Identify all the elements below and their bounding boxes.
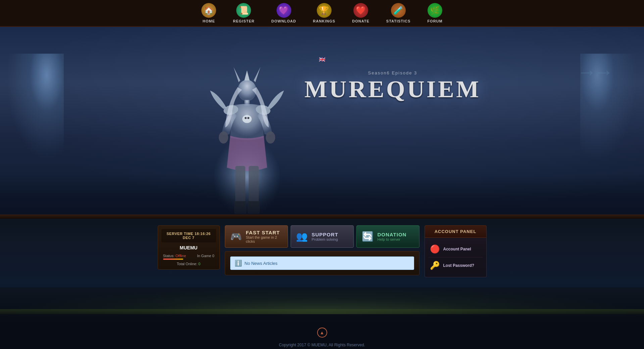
center-panel: 🎮 FAST START Start the game in 2 clicks … [225, 225, 419, 275]
online-count: 0 [198, 262, 200, 266]
fast-start-text: FAST START Start the game in 2 clicks [246, 230, 283, 243]
donation-subtitle: Help to server [378, 237, 407, 241]
nav-item-home[interactable]: 🏠 HOME [198, 1, 219, 25]
scroll-top-icon: ▲ [320, 330, 325, 335]
download-icon: 💜 [277, 3, 291, 18]
nav-item-forum[interactable]: 🌿 FORUM [424, 1, 446, 25]
lost-password-label: Lost Password? [443, 263, 475, 268]
home-icon: 🏠 [201, 3, 216, 18]
server-name: MUEMU [161, 245, 216, 250]
season-label: Season6 Episode 3 [304, 70, 481, 75]
fast-start-title: FAST START [246, 230, 283, 235]
nav-label-donate: DONATE [352, 19, 369, 23]
ground-glow [0, 287, 644, 314]
nav-label-download: DOWNLOAD [271, 19, 296, 23]
account-panel-link[interactable]: 🔴 Account Panel [428, 241, 483, 257]
language-flag-icon[interactable]: 🇬🇧 [319, 57, 326, 62]
fast-start-button[interactable]: 🎮 FAST START Start the game in 2 clicks [225, 225, 288, 248]
svg-marker-2 [234, 67, 240, 82]
status-value: Offline [176, 254, 186, 258]
nav-item-statistics[interactable]: 🧪 STATISTICS [383, 1, 414, 25]
nav-label-forum: FORUM [427, 19, 442, 23]
forum-icon: 🌿 [428, 3, 442, 18]
statistics-icon: 🧪 [391, 3, 406, 18]
support-icon: 👥 [296, 231, 308, 242]
account-panel-header: ACCOUNT PANEL [425, 225, 487, 238]
donate-icon: ❤️ [353, 3, 368, 18]
support-text: SUPPORT Problem solving [312, 232, 339, 241]
nav-label-statistics: STATISTICS [386, 19, 411, 23]
in-game-count: 0 [212, 254, 214, 258]
status-label: Status: [163, 254, 175, 258]
news-empty-message: No News Articles [245, 261, 278, 266]
nav-label-rankings: RANKINGS [313, 19, 336, 23]
account-panel-body: 🔴 Account Panel 🔑 Lost Password? [425, 238, 487, 277]
svg-point-8 [219, 131, 228, 143]
support-button[interactable]: 👥 SUPPORT Problem solving [291, 225, 354, 248]
section-divider [0, 215, 644, 219]
content-section: SERVER TIME 18:16:26 DEC 7 MUEMU Status:… [0, 219, 644, 287]
news-panel: ℹ️ No News Articles [225, 251, 419, 275]
nav-item-register[interactable]: 📜 REGISTER [230, 1, 258, 25]
server-info-box: SERVER TIME 18:16:26 DEC 7 MUEMU Status:… [158, 225, 220, 270]
action-buttons-row: 🎮 FAST START Start the game in 2 clicks … [225, 225, 419, 248]
svg-point-15 [245, 117, 247, 119]
total-online: Total Online: 0 [161, 262, 216, 266]
game-title: MUREQUIEM [304, 77, 481, 101]
status-bar [163, 258, 183, 260]
svg-marker-3 [254, 67, 260, 82]
svg-point-9 [266, 131, 275, 143]
donation-title: DONATION [378, 232, 407, 237]
decorative-arrows: →→ [577, 60, 610, 83]
donation-icon: 🔄 [362, 231, 374, 242]
total-online-label: Total Online: [177, 262, 197, 266]
svg-point-16 [247, 117, 249, 119]
nav-item-rankings[interactable]: 🏆 RANKINGS [310, 1, 339, 25]
server-time: SERVER TIME 18:16:26 DEC 7 [161, 229, 216, 242]
game-title-area: Season6 Episode 3 MUREQUIEM [304, 70, 481, 101]
hero-fog [0, 174, 644, 215]
account-panel-icon: 🔴 [430, 244, 440, 254]
nav-item-download[interactable]: 💜 DOWNLOAD [268, 1, 300, 25]
lost-password-icon: 🔑 [430, 261, 440, 270]
flag-area: 🇬🇧 [319, 56, 326, 63]
support-subtitle: Problem solving [312, 237, 339, 241]
svg-marker-4 [244, 70, 250, 80]
lost-password-link[interactable]: 🔑 Lost Password? [428, 257, 483, 274]
status-section: Status: Offline [163, 254, 186, 260]
account-panel-wrapper: ACCOUNT PANEL 🔴 Account Panel 🔑 Lost Pas… [425, 225, 487, 277]
nav-label-register: REGISTER [233, 19, 254, 23]
nav-label-home: HOME [203, 19, 215, 23]
news-empty-alert: ℹ️ No News Articles [230, 256, 414, 270]
left-glow [7, 54, 64, 161]
gamepad-icon: 🎮 [230, 231, 242, 242]
hero-section: 🇬🇧 [0, 27, 644, 215]
svg-point-14 [242, 115, 252, 123]
info-icon: ℹ️ [235, 259, 242, 267]
main-content-wrapper: SERVER TIME 18:16:26 DEC 7 MUEMU Status:… [154, 219, 490, 287]
register-icon: 📜 [236, 3, 251, 18]
footer-copyright: Copyright 2017 © MUEMU, All Rights Reser… [0, 343, 644, 347]
in-game-label: In Game [197, 254, 211, 258]
donation-button[interactable]: 🔄 DONATION Help to server [356, 225, 419, 248]
top-navigation: 🏠 HOME 📜 REGISTER 💜 DOWNLOAD 🏆 RANKINGS … [0, 0, 644, 27]
fast-start-subtitle: Start the game in 2 clicks [246, 235, 283, 243]
account-panel-label: Account Panel [443, 247, 471, 251]
rankings-icon: 🏆 [317, 3, 332, 18]
nav-item-donate[interactable]: ❤️ DONATE [349, 1, 373, 25]
scroll-to-top-button[interactable]: ▲ [317, 328, 327, 338]
nav-items-container: 🏠 HOME 📜 REGISTER 💜 DOWNLOAD 🏆 RANKINGS … [198, 1, 446, 25]
server-status-row: Status: Offline In Game 0 [161, 254, 216, 260]
ground-strip [0, 309, 644, 314]
donation-text: DONATION Help to server [378, 232, 407, 241]
bottom-section [0, 287, 644, 321]
support-title: SUPPORT [312, 232, 339, 237]
footer: ▲ Copyright 2017 © MUEMU, All Rights Res… [0, 321, 644, 349]
in-game-section: In Game 0 [197, 254, 214, 260]
